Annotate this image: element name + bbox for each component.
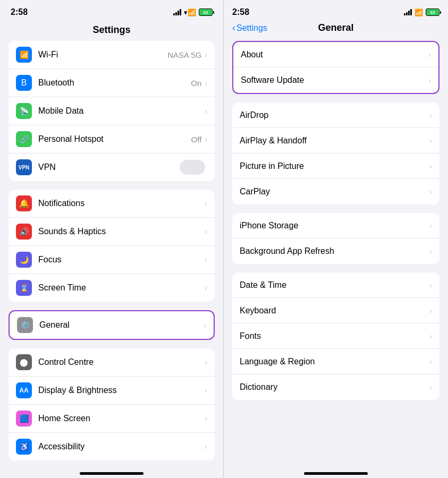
carplay-chevron: ›	[429, 187, 432, 196]
connectivity-group: AirDrop › AirPlay & Handoff › Picture in…	[232, 103, 439, 204]
sounds-chevron: ›	[205, 227, 207, 236]
home-screen-label: Home Screen	[38, 414, 205, 423]
back-chevron-icon: ‹	[232, 22, 235, 33]
vpn-row[interactable]: VPN VPN	[9, 153, 215, 181]
wifi-label: Wi-Fi	[38, 50, 167, 59]
battery-icon: 62	[199, 8, 213, 16]
airdrop-label: AirDrop	[240, 110, 429, 120]
picture-in-picture-row[interactable]: Picture in Picture ›	[232, 153, 439, 179]
hotspot-label: Personal Hotspot	[38, 134, 191, 144]
general-label: General	[39, 320, 204, 330]
screen-time-chevron: ›	[205, 284, 207, 292]
accessibility-row[interactable]: ♿ Accessibility ›	[9, 433, 215, 460]
focus-label: Focus	[38, 255, 205, 264]
display-brightness-icon: AA	[16, 382, 32, 398]
software-update-chevron: ›	[428, 76, 431, 84]
date-time-row[interactable]: Date & Time ›	[232, 272, 439, 298]
picture-in-picture-chevron: ›	[429, 162, 432, 170]
background-app-refresh-label: Background App Refresh	[240, 246, 429, 256]
about-group: About › Software Update ›	[232, 41, 439, 94]
wifi-icon: ▾📶	[184, 8, 196, 16]
back-button[interactable]: ‹ Settings	[232, 22, 267, 33]
sounds-row[interactable]: 🔊 Sounds & Haptics ›	[9, 218, 215, 246]
sounds-label: Sounds & Haptics	[38, 227, 205, 236]
about-label: About	[241, 50, 428, 59]
about-row[interactable]: About ›	[233, 42, 438, 67]
fonts-row[interactable]: Fonts ›	[232, 323, 439, 349]
screen-time-icon: ⌛	[16, 280, 32, 296]
vpn-label: VPN	[38, 163, 180, 172]
left-panel: 2:58 ▾📶 62 Settings 📶 Wi-Fi NASA 5G ›	[0, 0, 224, 478]
iphone-storage-row[interactable]: iPhone Storage ›	[232, 213, 439, 238]
vpn-icon: VPN	[16, 159, 32, 175]
software-update-label: Software Update	[241, 75, 428, 85]
software-update-row[interactable]: Software Update ›	[233, 67, 438, 93]
vpn-toggle[interactable]	[180, 160, 205, 175]
left-home-indicator	[0, 468, 223, 478]
keyboard-label: Keyboard	[240, 306, 429, 315]
bluetooth-label: Bluetooth	[38, 78, 191, 88]
left-status-bar: 2:58 ▾📶 62	[0, 0, 223, 21]
general-icon: ⚙️	[17, 317, 33, 333]
wifi-row[interactable]: 📶 Wi-Fi NASA 5G ›	[9, 41, 215, 69]
display-group: ⬤ Control Centre › AA Display & Brightne…	[9, 348, 215, 460]
dictionary-row[interactable]: Dictionary ›	[232, 374, 439, 400]
sounds-icon: 🔊	[16, 224, 32, 240]
right-settings-content: About › Software Update › AirDrop › AirP…	[224, 41, 448, 468]
notifications-row[interactable]: 🔔 Notifications ›	[9, 190, 215, 218]
fonts-label: Fonts	[240, 331, 429, 341]
background-app-refresh-row[interactable]: Background App Refresh ›	[232, 238, 439, 264]
right-home-bar	[304, 472, 368, 475]
language-region-row[interactable]: Language & Region ›	[232, 349, 439, 374]
home-screen-row[interactable]: 🟦 Home Screen ›	[9, 405, 215, 433]
accessibility-label: Accessibility	[38, 442, 205, 451]
background-app-refresh-chevron: ›	[429, 247, 432, 255]
wifi-row-icon: 📶	[16, 47, 32, 63]
dictionary-label: Dictionary	[240, 382, 429, 392]
airdrop-chevron: ›	[429, 111, 432, 120]
notifications-label: Notifications	[38, 199, 205, 208]
personal-hotspot-row[interactable]: 🔗 Personal Hotspot Off ›	[9, 125, 215, 153]
fonts-chevron: ›	[429, 332, 432, 340]
airdrop-row[interactable]: AirDrop ›	[232, 103, 439, 128]
accessibility-chevron: ›	[205, 442, 207, 451]
right-page-title: General	[318, 22, 353, 33]
about-chevron: ›	[428, 50, 431, 59]
hotspot-value: Off	[191, 135, 202, 144]
display-brightness-row[interactable]: AA Display & Brightness ›	[9, 377, 215, 405]
home-screen-chevron: ›	[205, 414, 207, 423]
right-signal-icon	[404, 9, 412, 15]
left-home-bar	[80, 472, 143, 475]
control-centre-icon: ⬤	[16, 354, 32, 370]
home-screen-icon: 🟦	[16, 411, 32, 426]
general-row[interactable]: ⚙️ General ›	[10, 311, 214, 339]
date-time-label: Date & Time	[240, 280, 429, 290]
control-centre-row[interactable]: ⬤ Control Centre ›	[9, 348, 215, 377]
carplay-row[interactable]: CarPlay ›	[232, 179, 439, 204]
storage-group: iPhone Storage › Background App Refresh …	[232, 213, 439, 264]
wifi-value: NASA 5G	[167, 50, 201, 59]
airplay-handoff-row[interactable]: AirPlay & Handoff ›	[232, 128, 439, 153]
screen-time-row[interactable]: ⌛ Screen Time ›	[9, 274, 215, 302]
date-time-chevron: ›	[429, 281, 432, 289]
control-centre-chevron: ›	[205, 358, 207, 366]
left-settings-content: 📶 Wi-Fi NASA 5G › B Bluetooth On › 📡 Mob…	[0, 41, 223, 468]
right-header: 2:58 📶 62 ‹ Settings General	[224, 0, 448, 41]
picture-in-picture-label: Picture in Picture	[240, 161, 429, 171]
language-region-label: Language & Region	[240, 357, 429, 366]
general-group: ⚙️ General ›	[9, 310, 215, 340]
right-home-indicator	[224, 468, 448, 478]
display-brightness-chevron: ›	[205, 386, 207, 395]
bluetooth-row[interactable]: B Bluetooth On ›	[9, 69, 215, 97]
notifications-icon: 🔔	[16, 195, 32, 211]
airplay-handoff-chevron: ›	[429, 136, 432, 145]
focus-row[interactable]: 🌙 Focus ›	[9, 246, 215, 274]
carplay-label: CarPlay	[240, 187, 429, 197]
right-status-icons: 📶 62	[404, 8, 439, 16]
mobile-data-row[interactable]: 📡 Mobile Data ›	[9, 97, 215, 125]
left-status-icons: ▾📶 62	[173, 8, 213, 16]
right-battery-icon: 62	[426, 8, 439, 16]
dictionary-chevron: ›	[429, 383, 432, 391]
notifications-chevron: ›	[205, 199, 207, 208]
keyboard-row[interactable]: Keyboard ›	[232, 298, 439, 323]
